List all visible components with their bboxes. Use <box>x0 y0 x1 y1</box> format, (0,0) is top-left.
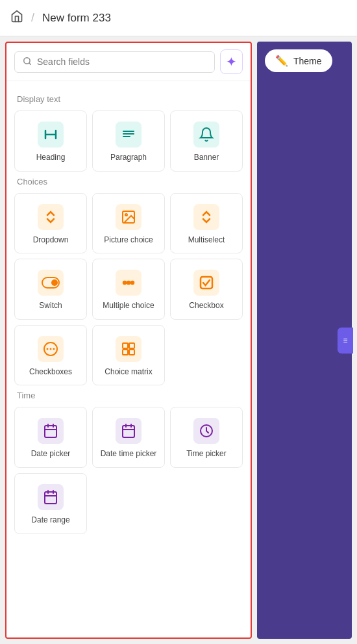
svg-point-15 <box>50 348 52 350</box>
banner-label: Banner <box>194 153 219 163</box>
field-item-picture-choice[interactable]: Picture choice <box>92 193 165 254</box>
svg-rect-18 <box>129 343 134 348</box>
checkboxes-icon <box>38 336 64 362</box>
search-input-wrapper[interactable] <box>14 51 215 73</box>
panel-toggle[interactable]: ≡ <box>338 328 353 354</box>
multiselect-icon <box>193 204 219 230</box>
date-picker-label: Date picker <box>31 449 71 459</box>
date-time-picker-icon <box>116 418 142 444</box>
field-item-dropdown[interactable]: Dropdown <box>14 193 87 254</box>
section-label-choices: Choices <box>17 177 243 187</box>
display-text-grid: Heading Paragraph <box>14 110 243 172</box>
svg-rect-21 <box>45 426 56 437</box>
multiple-choice-icon <box>116 270 142 296</box>
banner-icon <box>193 122 219 148</box>
svg-rect-25 <box>123 426 134 437</box>
svg-rect-30 <box>45 492 56 504</box>
section-label-time: Time <box>17 391 243 400</box>
search-input[interactable] <box>37 57 206 67</box>
field-item-date-range[interactable]: Date range <box>14 473 87 534</box>
dropdown-icon <box>38 204 64 230</box>
fields-list: Display text Heading <box>6 81 251 638</box>
home-icon[interactable] <box>10 10 23 26</box>
checkbox-label: Checkbox <box>189 301 223 311</box>
picture-choice-icon <box>116 204 142 230</box>
theme-button-label: Theme <box>293 56 322 66</box>
heading-label: Heading <box>36 153 66 163</box>
multiple-choice-label: Multiple choice <box>103 301 154 311</box>
header: / New form 233 <box>0 0 357 36</box>
date-range-icon <box>38 484 64 510</box>
fields-panel: ✦ Display text Heading <box>5 42 252 639</box>
paragraph-icon <box>116 122 142 148</box>
date-picker-icon <box>38 418 64 444</box>
breadcrumb-separator: / <box>31 11 34 25</box>
svg-point-14 <box>47 348 49 350</box>
checkboxes-label: Checkboxes <box>29 367 72 378</box>
svg-rect-19 <box>123 350 128 355</box>
choice-matrix-label: Choice matrix <box>105 367 152 378</box>
right-panel: ✏️ Theme ≡ <box>257 42 352 639</box>
svg-point-8 <box>51 279 58 286</box>
field-item-time-picker[interactable]: Time picker <box>170 407 243 468</box>
theme-button[interactable]: ✏️ Theme <box>265 49 332 72</box>
field-item-heading[interactable]: Heading <box>14 110 87 172</box>
search-icon <box>23 57 32 68</box>
switch-icon <box>38 270 64 296</box>
checkbox-icon <box>193 270 219 296</box>
heading-icon <box>38 122 64 148</box>
field-item-date-time-picker[interactable]: Date time picker <box>92 407 165 468</box>
date-time-picker-label: Date time picker <box>101 449 157 459</box>
svg-point-16 <box>53 348 55 350</box>
switch-label: Switch <box>39 301 62 311</box>
ai-icon: ✦ <box>226 54 237 70</box>
svg-rect-12 <box>201 277 212 289</box>
field-item-checkboxes[interactable]: Checkboxes <box>14 325 87 386</box>
date-range-label: Date range <box>31 515 69 526</box>
svg-point-9 <box>123 281 126 284</box>
toggle-icon: ≡ <box>343 336 347 345</box>
multiselect-label: Multiselect <box>188 235 225 246</box>
field-item-checkbox[interactable]: Checkbox <box>170 259 243 320</box>
svg-point-10 <box>127 281 130 284</box>
field-item-multiselect[interactable]: Multiselect <box>170 193 243 254</box>
choices-grid: Dropdown Picture choice <box>14 193 243 386</box>
field-item-date-picker[interactable]: Date picker <box>14 407 87 468</box>
svg-point-6 <box>125 214 127 216</box>
svg-point-11 <box>131 281 134 284</box>
field-item-paragraph[interactable]: Paragraph <box>92 110 165 172</box>
svg-rect-20 <box>129 350 134 355</box>
time-picker-label: Time picker <box>186 449 227 459</box>
section-label-display-text: Display text <box>17 94 243 104</box>
field-item-choice-matrix[interactable]: Choice matrix <box>92 325 165 386</box>
main-layout: ✦ Display text Heading <box>0 36 357 644</box>
ai-button[interactable]: ✦ <box>220 49 243 74</box>
dropdown-label: Dropdown <box>33 235 69 246</box>
time-grid: Date picker Date time picker <box>14 407 243 534</box>
page-title: New form 233 <box>42 12 111 25</box>
field-item-multiple-choice[interactable]: Multiple choice <box>92 259 165 320</box>
field-item-switch[interactable]: Switch <box>14 259 87 320</box>
paragraph-label: Paragraph <box>110 153 147 163</box>
svg-rect-17 <box>123 343 128 348</box>
time-picker-icon <box>193 418 219 444</box>
choice-matrix-icon <box>116 336 142 362</box>
theme-button-icon: ✏️ <box>275 55 288 67</box>
search-bar: ✦ <box>6 43 251 81</box>
picture-choice-label: Picture choice <box>104 235 153 246</box>
svg-line-1 <box>29 62 31 64</box>
field-item-banner[interactable]: Banner <box>170 110 243 172</box>
